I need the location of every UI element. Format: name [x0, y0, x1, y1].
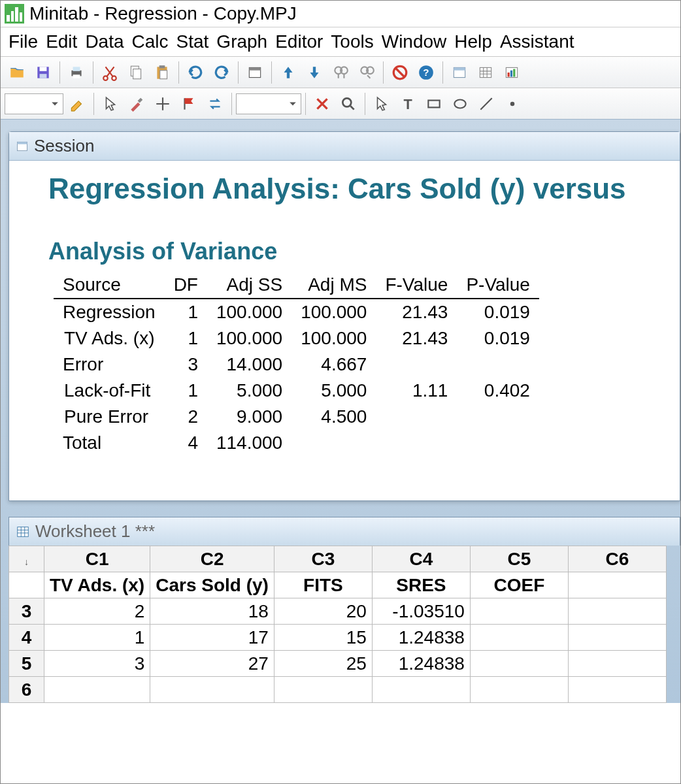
anova-source: Pure Error	[54, 404, 165, 430]
undo-icon[interactable]	[183, 61, 208, 84]
cell[interactable]	[44, 677, 150, 703]
menu-edit[interactable]: Edit	[43, 31, 80, 52]
anova-adjss: 5.000	[207, 378, 291, 404]
row-number[interactable]: 4	[9, 625, 44, 651]
cell[interactable]	[568, 651, 666, 677]
copy-icon[interactable]	[124, 61, 148, 84]
zoom-dropdown[interactable]	[236, 93, 301, 114]
show-worksheet-icon[interactable]	[473, 61, 498, 84]
cell[interactable]	[568, 677, 666, 703]
cell[interactable]	[274, 677, 372, 703]
row-number[interactable]: 5	[9, 651, 44, 677]
cell[interactable]: 1	[44, 625, 150, 651]
delete-x-icon[interactable]	[310, 92, 335, 116]
cell[interactable]: 15	[274, 625, 372, 651]
menu-window[interactable]: Window	[379, 31, 450, 52]
pointer-icon[interactable]	[98, 92, 123, 116]
cell[interactable]: 20	[274, 598, 372, 625]
brush-icon[interactable]	[124, 92, 149, 116]
text-tool-icon[interactable]: T	[395, 92, 420, 116]
cell[interactable]: 18	[150, 598, 274, 625]
worksheet-row: 4117151.24838	[9, 625, 667, 651]
cell[interactable]	[470, 598, 568, 625]
help-icon[interactable]: ?	[414, 61, 439, 84]
worksheet-window-titlebar[interactable]: Worksheet 1 ***	[8, 517, 680, 546]
crosshair-icon[interactable]	[150, 92, 175, 116]
col-header-c1[interactable]: C1	[44, 546, 150, 572]
cell[interactable]: 25	[274, 651, 372, 677]
colname-c2[interactable]: Cars Sold (y)	[150, 572, 274, 598]
col-header-c4[interactable]: C4	[372, 546, 470, 572]
cell[interactable]	[470, 677, 568, 703]
row-number[interactable]: 6	[9, 677, 44, 703]
cell[interactable]: -1.03510	[372, 598, 470, 625]
svg-point-33	[454, 99, 465, 108]
cell[interactable]: 3	[44, 651, 150, 677]
cell[interactable]	[470, 651, 568, 677]
save-icon[interactable]	[31, 61, 56, 84]
menu-file[interactable]: File	[6, 31, 41, 52]
print-icon[interactable]	[64, 61, 89, 84]
colname-c1[interactable]: TV Ads. (x)	[44, 572, 150, 598]
menu-data[interactable]: Data	[82, 31, 126, 52]
cell[interactable]: 1.24838	[372, 651, 470, 677]
menu-assistant[interactable]: Assistant	[497, 31, 577, 52]
menu-tools[interactable]: Tools	[328, 31, 376, 52]
paste-icon[interactable]	[150, 61, 174, 84]
arrow-down-icon[interactable]	[302, 61, 327, 84]
cell[interactable]	[568, 625, 666, 651]
cell[interactable]: 27	[150, 651, 274, 677]
menu-calc[interactable]: Calc	[129, 31, 171, 52]
show-graph-icon[interactable]	[499, 61, 524, 84]
cell[interactable]	[470, 625, 568, 651]
find-icon[interactable]	[328, 61, 353, 84]
cancel-icon[interactable]	[388, 61, 412, 84]
col-header-c6[interactable]: C6	[568, 546, 666, 572]
cell[interactable]	[568, 598, 666, 625]
cell[interactable]: 2	[44, 598, 150, 625]
anova-adjss: 114.000	[207, 430, 291, 456]
cut-icon[interactable]	[97, 61, 122, 84]
col-header-c5[interactable]: C5	[470, 546, 568, 572]
mdi-area: Session Regression Analysis: Cars Sold (…	[1, 119, 680, 703]
colname-c5[interactable]: COEF	[470, 572, 568, 598]
search-icon[interactable]	[336, 92, 361, 116]
svg-text:T: T	[403, 95, 412, 112]
colname-c3[interactable]: FITS	[274, 572, 372, 598]
cell[interactable]: 1.24838	[372, 625, 470, 651]
line-tool-icon[interactable]	[474, 92, 499, 116]
session-window-titlebar[interactable]: Session	[9, 132, 680, 161]
new-window-icon[interactable]	[242, 61, 267, 84]
show-session-icon[interactable]	[447, 61, 472, 84]
worksheet-corner[interactable]: ↓	[9, 546, 44, 572]
menu-graph[interactable]: Graph	[214, 31, 270, 52]
brush-format-icon[interactable]	[65, 92, 90, 116]
colname-c4[interactable]: SRES	[372, 572, 470, 598]
select-pointer-icon[interactable]	[369, 92, 394, 116]
col-header-c3[interactable]: C3	[274, 546, 372, 572]
selector-dropdown[interactable]	[5, 93, 63, 114]
swap-icon[interactable]	[203, 92, 227, 116]
colname-c6[interactable]	[568, 572, 666, 598]
colname-row-head[interactable]	[9, 572, 44, 598]
menu-stat[interactable]: Stat	[174, 31, 212, 52]
col-header-c2[interactable]: C2	[150, 546, 274, 572]
flag-icon[interactable]	[176, 92, 201, 116]
row-number[interactable]: 3	[9, 598, 44, 625]
marker-tool-icon[interactable]	[500, 92, 525, 116]
open-icon[interactable]	[5, 61, 29, 84]
cell[interactable]	[372, 677, 470, 703]
anova-row: Pure Error29.0004.500	[54, 404, 539, 430]
ellipse-tool-icon[interactable]	[448, 92, 473, 116]
cell[interactable]	[150, 677, 274, 703]
menu-editor[interactable]: Editor	[273, 31, 325, 52]
find-next-icon[interactable]	[354, 61, 379, 84]
redo-icon[interactable]	[209, 61, 234, 84]
rectangle-tool-icon[interactable]	[422, 92, 446, 116]
anova-col-adjms: Adj MS	[291, 272, 376, 299]
worksheet-window-title: Worksheet 1 ***	[35, 521, 155, 542]
menu-help[interactable]: Help	[452, 31, 495, 52]
cell[interactable]: 17	[150, 625, 274, 651]
worksheet-grid[interactable]: ↓ C1 C2 C3 C4 C5 C6 TV Ads. (x) Cars Sol…	[8, 546, 667, 703]
arrow-up-icon[interactable]	[276, 61, 301, 84]
